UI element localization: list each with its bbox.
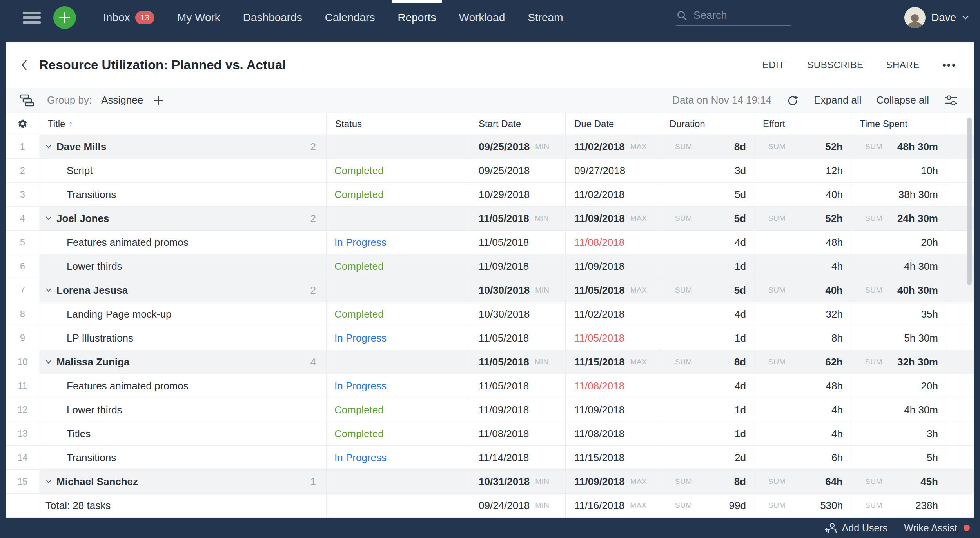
column-header-time_spent[interactable]: Time Spent [851,113,946,134]
task-title[interactable]: Features animated promos [67,380,189,392]
status-badge[interactable]: Completed [334,428,384,440]
title-cell: Lower thirds [39,254,327,278]
total-row[interactable]: Total: 28 tasks09/24/2018MIN11/16/2018MA… [6,494,974,518]
more-options-icon[interactable]: ••• [942,59,956,71]
task-title[interactable]: Landing Page mock-up [67,308,171,320]
avatar[interactable] [904,7,926,28]
nav-item-calendars[interactable]: Calendars [314,0,387,35]
table-row[interactable]: 9LP IllustrationsIn Progress11/05/201811… [6,326,974,350]
expand-all-button[interactable]: Expand all [814,94,861,106]
task-title[interactable]: Malissa Zuniga [56,356,129,368]
time_spent-cell: 5h 30m [851,326,946,350]
nav-item-dashboards[interactable]: Dashboards [232,0,314,35]
table-row[interactable]: 14TransitionsIn Progress11/14/201811/15/… [6,446,974,470]
table-row[interactable]: 1Dave Mills209/25/2018MIN11/02/2018MAXSU… [6,135,974,159]
global-search[interactable] [676,9,791,26]
add-users-button[interactable]: Add Users [825,522,888,534]
collapse-group-button[interactable] [45,144,53,149]
column-header-effort[interactable]: Effort [754,113,851,134]
table-row[interactable]: 13TitlesCompleted11/08/201811/08/20181d4… [6,422,974,446]
table-row[interactable]: 10Malissa Zuniga411/05/2018MIN11/15/2018… [6,350,974,374]
status-badge[interactable]: In Progress [334,236,387,249]
effort-cell: SUM40h [754,278,851,302]
task-title[interactable]: Lower thirds [67,404,122,416]
task-title[interactable]: Michael Sanchez [56,476,138,488]
status-badge[interactable]: Completed [334,189,384,201]
collapse-group-button[interactable] [45,479,53,484]
task-title[interactable]: Transitions [67,452,116,464]
nav-item-reports[interactable]: Reports [386,0,447,35]
filter-settings-icon[interactable] [944,95,958,106]
collapse-all-button[interactable]: Collapse all [877,94,929,106]
share-button[interactable]: SHARE [886,60,920,71]
task-title[interactable]: Titles [67,428,91,440]
nav-item-inbox[interactable]: Inbox13 [92,0,166,35]
task-title[interactable]: Transitions [67,189,116,201]
status-badge[interactable]: Completed [334,165,384,177]
start-date-cell: 11/14/2018 [470,446,566,469]
collapse-group-button[interactable] [45,359,53,365]
nav-item-label: Inbox [103,11,130,24]
column-header-due[interactable]: Due Date [566,113,661,134]
task-title[interactable]: Script [67,165,93,177]
status-badge[interactable]: In Progress [334,380,387,392]
status-badge[interactable]: Completed [334,260,384,273]
table-row[interactable]: 2ScriptCompleted09/25/201809/27/20183d12… [6,159,974,183]
table-row[interactable]: 3TransitionsCompleted10/29/201811/02/201… [6,183,974,207]
due-date-value: 11/08/2018 [574,428,624,440]
start-date-value: 11/05/2018 [479,332,529,344]
search-input[interactable] [693,9,780,22]
task-title[interactable]: Joel Jones [56,213,109,225]
table-row[interactable]: 5Features animated promosIn Progress11/0… [6,231,974,254]
effort-value: 52h [825,141,843,153]
task-title[interactable]: Dave Mills [56,141,106,153]
column-header-title[interactable]: Title↑ [39,113,327,134]
report-toolbar: Group by: Assignee Data on Nov 14 19:14 … [6,88,974,113]
wrike-assist-button[interactable]: Wrike Assist [904,522,970,534]
table-row[interactable]: 6Lower thirdsCompleted11/09/201811/09/20… [6,254,974,278]
time_spent-cell: SUM24h 30m [851,207,946,230]
column-header-status[interactable]: Status [327,113,470,134]
column-header-duration[interactable]: Duration [661,113,754,134]
start-date-cell: 09/25/2018MIN [470,135,566,158]
effort-sum-label: SUM [768,358,786,366]
table-row[interactable]: 8Landing Page mock-upCompleted10/30/2018… [6,302,974,326]
refresh-icon[interactable] [786,94,799,107]
table-row[interactable]: 7Lorena Jesusa210/30/2018MIN11/05/2018MA… [6,278,974,302]
status-cell [327,350,470,374]
nav-item-workload[interactable]: Workload [447,0,516,35]
collapse-group-button[interactable] [45,216,53,221]
vertical-scrollbar[interactable] [967,118,972,285]
user-menu[interactable]: Dave [904,7,969,28]
table-row[interactable]: 11Features animated promosIn Progress11/… [6,374,974,398]
column-header-start[interactable]: Start Date [470,113,566,134]
table-row[interactable]: 15Michael Sanchez110/31/2018MIN11/09/201… [6,470,974,494]
status-badge[interactable]: Completed [334,308,384,320]
table-row[interactable]: 12Lower thirdsCompleted11/09/201811/09/2… [6,398,974,422]
status-cell: In Progress [327,326,470,350]
group-by-value[interactable]: Assignee [101,94,143,106]
subscribe-button[interactable]: SUBSCRIBE [807,60,863,71]
table-row[interactable]: 4Joel Jones211/05/2018MIN11/09/2018MAXSU… [6,207,974,231]
menu-icon[interactable] [23,9,41,26]
create-new-button[interactable] [53,6,76,29]
task-title[interactable]: Lorena Jesusa [56,284,128,296]
edit-button[interactable]: EDIT [762,60,785,71]
due-date-value: 11/16/2018 [574,500,624,512]
task-title[interactable]: LP Illustrations [67,332,133,344]
status-badge[interactable]: In Progress [334,332,387,344]
back-button[interactable] [18,56,31,74]
column-settings-button[interactable] [6,113,39,134]
effort-sum-label: SUM [768,477,786,486]
due-date-value: 11/15/2018 [574,356,625,368]
nav-item-my-work[interactable]: My Work [166,0,232,35]
status-badge[interactable]: In Progress [334,452,387,464]
task-title[interactable]: Features animated promos [67,236,189,249]
add-group-by-icon[interactable] [153,95,163,105]
collapse-group-button[interactable] [45,287,53,293]
task-title[interactable]: Lower thirds [67,260,122,273]
group-by-icon[interactable] [20,94,34,107]
row-number: 2 [6,159,39,182]
status-badge[interactable]: Completed [334,404,384,416]
nav-item-stream[interactable]: Stream [516,0,574,35]
